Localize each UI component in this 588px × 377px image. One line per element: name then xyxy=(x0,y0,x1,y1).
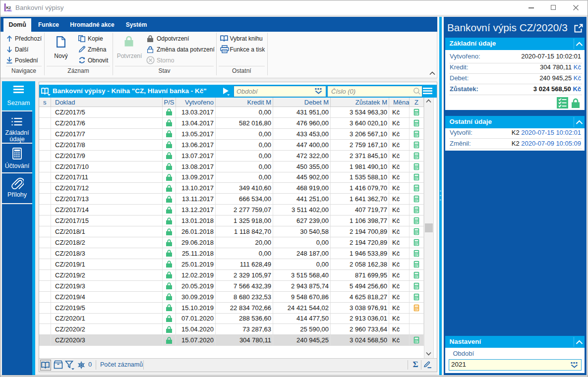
svg-text:K2: K2 xyxy=(6,5,11,10)
